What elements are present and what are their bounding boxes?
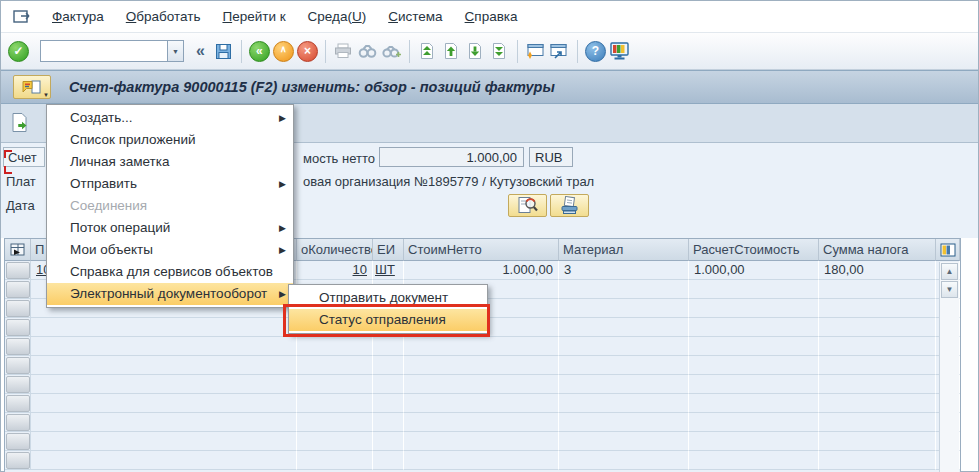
scroll-down-button[interactable]: ▼ bbox=[941, 281, 958, 298]
enter-button[interactable]: ✓ bbox=[8, 41, 29, 62]
cell-net[interactable]: 1.000,00 bbox=[404, 261, 559, 280]
title-bar: ▼ Счет-фактура 90000115 (F2) изменить: о… bbox=[1, 70, 978, 104]
column-header-calc[interactable]: РасчетСтоимость bbox=[689, 239, 819, 261]
table-row-empty[interactable] bbox=[5, 394, 960, 413]
column-header-tax[interactable]: Сумма налога bbox=[819, 239, 936, 261]
cell-tax[interactable]: 180,00 bbox=[819, 261, 936, 280]
command-field[interactable] bbox=[40, 40, 167, 62]
preview-document-button[interactable] bbox=[508, 194, 547, 217]
menu-environment[interactable]: Среда(U) bbox=[297, 5, 378, 28]
help-button[interactable]: ? bbox=[585, 41, 606, 62]
row-select-cell[interactable] bbox=[5, 432, 31, 451]
cell-unit[interactable]: ШТ bbox=[373, 261, 404, 280]
other-document-button[interactable] bbox=[7, 111, 33, 135]
row-select-cell[interactable] bbox=[5, 261, 31, 280]
toolbar-separator bbox=[577, 40, 578, 63]
command-dropdown-button[interactable]: ▼ bbox=[167, 40, 184, 62]
column-header-material[interactable]: Материал bbox=[559, 239, 689, 261]
menu-item-create[interactable]: Создать...▶ bbox=[47, 107, 293, 129]
cancel-icon: × bbox=[304, 45, 311, 57]
cell-material[interactable]: 3 bbox=[559, 261, 689, 280]
submenu-arrow-icon: ▶ bbox=[279, 217, 286, 239]
new-session-button[interactable] bbox=[525, 41, 546, 62]
menu-item-edocument[interactable]: Электронный документооборот▶ bbox=[47, 283, 293, 305]
table-row-empty[interactable] bbox=[5, 451, 960, 470]
create-shortcut-button[interactable] bbox=[549, 41, 570, 62]
menu-invoice[interactable]: Фактура bbox=[41, 5, 115, 28]
menu-item-workflow[interactable]: Поток операций▶ bbox=[47, 217, 293, 239]
table-scrollbar[interactable]: ▲ ▼ bbox=[939, 262, 959, 472]
row-select-cell[interactable] bbox=[5, 299, 31, 318]
cancel-button[interactable]: × bbox=[297, 41, 318, 62]
find-next-icon bbox=[382, 43, 401, 59]
previous-page-button[interactable] bbox=[441, 41, 462, 62]
last-page-button[interactable] bbox=[489, 41, 510, 62]
cell-qty[interactable]: 10 bbox=[297, 261, 373, 280]
print-output-button[interactable] bbox=[550, 194, 589, 217]
row-select-cell[interactable] bbox=[5, 375, 31, 394]
column-header-unit[interactable]: ЕИ bbox=[373, 239, 404, 261]
customize-layout-button[interactable] bbox=[609, 41, 630, 62]
back-button[interactable]: « bbox=[249, 41, 270, 62]
menu-system[interactable]: Система bbox=[377, 5, 453, 28]
submenu-item-send-document[interactable]: Отправить документ bbox=[289, 287, 487, 309]
preview-magnifier-icon bbox=[516, 196, 540, 215]
dropdown-icon: ▼ bbox=[172, 48, 179, 55]
print-button[interactable] bbox=[333, 41, 354, 62]
toolbar-separator bbox=[241, 40, 242, 63]
submenu-arrow-icon: ▶ bbox=[279, 283, 286, 305]
find-button[interactable] bbox=[357, 41, 378, 62]
currency-field[interactable]: RUB bbox=[529, 147, 573, 167]
menu-item-send[interactable]: Отправить▶ bbox=[47, 173, 293, 195]
row-select-cell[interactable] bbox=[5, 280, 31, 299]
menu-item-gos-help[interactable]: Справка для сервисов объектов bbox=[47, 261, 293, 283]
find-next-button[interactable] bbox=[381, 41, 402, 62]
services-for-object-button[interactable]: ▼ bbox=[13, 75, 51, 99]
customize-layout-icon bbox=[609, 42, 630, 61]
focus-corner bbox=[4, 150, 12, 158]
menu-goto[interactable]: Перейти к bbox=[211, 5, 296, 28]
new-session-icon bbox=[525, 43, 545, 60]
column-header-net[interactable]: СтоимНетто bbox=[404, 239, 559, 261]
collapse-toolbar-button[interactable]: « bbox=[191, 42, 210, 60]
exit-button[interactable]: ∧ bbox=[273, 41, 294, 62]
command-field-group: ▼ bbox=[40, 40, 184, 62]
menu-help[interactable]: Справка bbox=[454, 5, 529, 28]
cell-calc[interactable]: 1.000,00 bbox=[689, 261, 819, 280]
collapse-icon: « bbox=[196, 42, 205, 59]
next-page-button[interactable] bbox=[465, 41, 486, 62]
table-row-empty[interactable] bbox=[5, 375, 960, 394]
select-all-header-cell[interactable] bbox=[5, 239, 31, 261]
toolbar-separator bbox=[325, 40, 326, 63]
menu-item-personal-note[interactable]: Личная заметка bbox=[47, 151, 293, 173]
find-icon bbox=[358, 43, 377, 59]
menu-item-my-objects[interactable]: Мои объекты▶ bbox=[47, 239, 293, 261]
edocument-submenu: Отправить документ Статус отправления bbox=[288, 284, 488, 334]
print-output-icon bbox=[559, 196, 580, 215]
table-config-cell[interactable] bbox=[936, 239, 960, 261]
scroll-up-button[interactable]: ▲ bbox=[941, 263, 958, 280]
column-header-qty[interactable]: оКоличество bbox=[297, 239, 373, 261]
first-page-icon bbox=[419, 42, 435, 60]
create-shortcut-icon bbox=[549, 43, 569, 60]
row-select-cell[interactable] bbox=[5, 337, 31, 356]
row-select-cell[interactable] bbox=[5, 394, 31, 413]
gos-dropdown-icon[interactable]: ▼ bbox=[43, 92, 49, 98]
save-button[interactable] bbox=[213, 41, 234, 62]
table-row-empty[interactable] bbox=[5, 356, 960, 375]
system-menu-icon[interactable] bbox=[11, 8, 35, 26]
table-row-empty[interactable] bbox=[5, 413, 960, 432]
row-select-cell[interactable] bbox=[5, 356, 31, 375]
table-row-empty[interactable] bbox=[5, 432, 960, 451]
submenu-item-send-status[interactable]: Статус отправления bbox=[289, 309, 487, 331]
row-select-cell[interactable] bbox=[5, 451, 31, 470]
net-value-field[interactable]: 1.000,00 bbox=[379, 147, 524, 167]
next-page-icon bbox=[467, 42, 483, 60]
row-select-cell[interactable] bbox=[5, 413, 31, 432]
toolbar-separator bbox=[409, 40, 410, 63]
menu-edit[interactable]: Обработать bbox=[115, 5, 212, 28]
first-page-button[interactable] bbox=[417, 41, 438, 62]
row-select-cell[interactable] bbox=[5, 318, 31, 337]
menu-item-attachment-list[interactable]: Список приложений bbox=[47, 129, 293, 151]
table-row-empty[interactable] bbox=[5, 337, 960, 356]
